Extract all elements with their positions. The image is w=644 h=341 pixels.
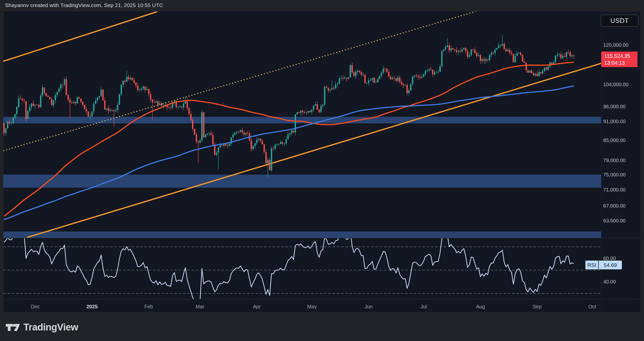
support-zones	[3, 117, 601, 241]
price-tick-label: 79,000.00	[603, 158, 626, 163]
month-tick-label: Aug	[470, 304, 491, 310]
price-tick-label: 75,000.00	[603, 172, 626, 178]
month-tick-label: Dec	[25, 304, 45, 310]
price-tick-label: 85,000.00	[603, 137, 626, 143]
candles-down	[3, 42, 574, 170]
bar-close-countdown: 13:04:13	[604, 59, 637, 66]
chart-canvas[interactable]	[0, 0, 644, 341]
price-tick-label: 67,000.00	[603, 203, 626, 209]
month-tick-label: Apr	[247, 304, 267, 310]
month-tick-label: Oct	[582, 304, 602, 310]
last-price-value: 115,524.35	[604, 53, 637, 59]
rsi-tick-label: 40.00	[603, 279, 616, 285]
month-tick-label: May	[302, 304, 322, 310]
rsi-line	[4, 230, 574, 304]
candles-up	[5, 35, 573, 177]
month-tick-label: Jul	[414, 304, 434, 310]
price-tick-label: 104,000.00	[603, 82, 628, 87]
month-tick-label: Sep	[527, 304, 547, 310]
price-tick-label: 63,500.00	[603, 218, 626, 224]
month-tick-label: Jun	[358, 304, 379, 310]
snapshot-attribution-title: Shayannv created with TradingView.com, S…	[5, 2, 163, 8]
month-tick-label: Feb	[139, 304, 159, 310]
last-price-badge: 115,524.35 13:04:13	[601, 52, 637, 67]
ma-fast-line	[4, 62, 574, 216]
ma-slow-line	[4, 86, 574, 220]
quote-currency-badge: USDT	[601, 15, 638, 27]
price-tick-label: 91,000.00	[603, 119, 626, 124]
tradingview-snapshot: Shayannv created with TradingView.com, S…	[0, 0, 644, 341]
price-tick-label: 96,000.00	[603, 104, 626, 110]
rsi-value: 54.69	[599, 261, 622, 269]
price-tick-label: 71,000.00	[603, 187, 626, 193]
month-tick-label: Mar	[190, 304, 210, 310]
main-pane	[0, 8, 601, 241]
price-tick-label: 120,000.00	[603, 42, 628, 48]
tradingview-logo: TradingView	[6, 322, 78, 333]
tradingview-logo-text: TradingView	[23, 322, 78, 333]
tradingview-logo-icon	[6, 323, 20, 332]
rsi-level-lines	[3, 247, 601, 294]
rsi-label: RSI	[585, 261, 599, 269]
month-tick-label: 2025	[82, 304, 102, 310]
rsi-pane	[3, 230, 601, 304]
rsi-value-badge: RSI 54.69	[585, 261, 622, 269]
